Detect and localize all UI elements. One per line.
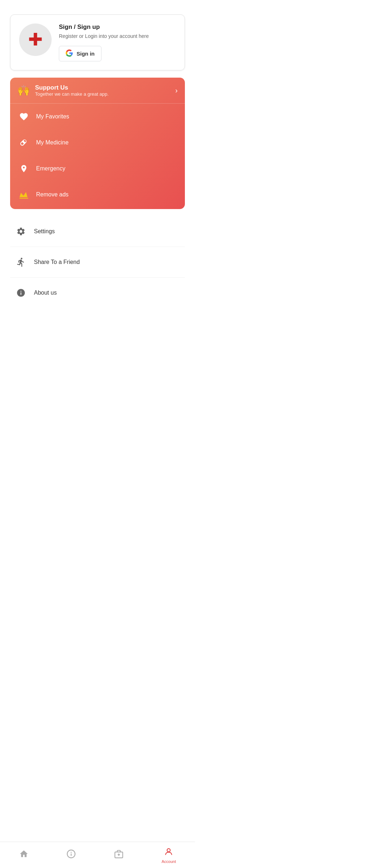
google-signin-label: Sign in — [77, 51, 95, 57]
red-menu-card: 🙌 Support Us Together we can make a grea… — [10, 78, 185, 209]
support-subtitle: Together we can make a great app. — [35, 91, 175, 97]
emergency-label: Emergency — [36, 165, 65, 172]
crown-icon — [17, 188, 30, 201]
red-cross-icon: ✚ — [28, 31, 43, 48]
info-circle-icon — [14, 286, 28, 300]
support-us-item[interactable]: 🙌 Support Us Together we can make a grea… — [10, 78, 185, 104]
white-menu-item-settings[interactable]: Settings — [10, 216, 185, 247]
signin-description: Register or Login into your account here — [59, 33, 176, 40]
share-person-icon — [14, 255, 28, 269]
support-text: Support Us Together we can make a great … — [35, 84, 175, 97]
white-menu: Settings Share To a Friend About us — [10, 216, 185, 308]
red-menu-item-remove-ads[interactable]: Remove ads — [10, 182, 185, 208]
red-menu-item-favorites[interactable]: My Favorites — [10, 104, 185, 130]
signin-card: ✚ Sign / Sign up Register or Login into … — [10, 14, 185, 70]
white-menu-item-share[interactable]: Share To a Friend — [10, 247, 185, 278]
chevron-right-icon: › — [175, 86, 178, 95]
white-menu-item-about[interactable]: About us — [10, 278, 185, 308]
app-logo: ✚ — [19, 23, 52, 56]
pill-icon — [17, 136, 30, 149]
red-menu-item-medicine[interactable]: My Medicine — [10, 130, 185, 156]
signin-content: Sign / Sign up Register or Login into yo… — [59, 23, 176, 61]
medicine-label: My Medicine — [36, 139, 69, 146]
gear-icon — [14, 224, 28, 239]
google-logo-icon — [66, 49, 73, 58]
support-title: Support Us — [35, 84, 175, 91]
about-label: About us — [34, 290, 57, 296]
remove-ads-label: Remove ads — [36, 191, 69, 198]
heart-icon — [17, 110, 30, 123]
favorites-label: My Favorites — [36, 113, 69, 120]
red-menu-item-emergency[interactable]: Emergency — [10, 156, 185, 182]
google-signin-button[interactable]: Sign in — [59, 46, 101, 61]
location-pin-icon — [17, 162, 30, 175]
signin-title: Sign / Sign up — [59, 23, 176, 31]
settings-label: Settings — [34, 228, 55, 235]
support-emoji-icon: 🙌 — [17, 84, 30, 96]
share-label: Share To a Friend — [34, 259, 80, 265]
